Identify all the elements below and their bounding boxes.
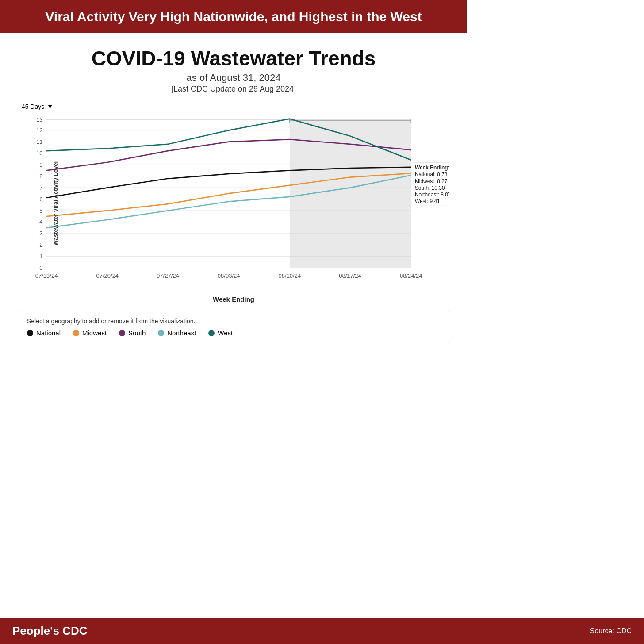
- svg-text:08/24/24: 08/24/24: [400, 272, 422, 279]
- svg-text:South: 10.30: South: 10.30: [415, 185, 445, 191]
- x-axis-label: Week Ending: [18, 295, 449, 303]
- svg-text:Midwest: 8.27: Midwest: 8.27: [415, 178, 448, 184]
- svg-text:07/13/24: 07/13/24: [35, 272, 58, 279]
- national-label: National: [36, 329, 61, 337]
- svg-text:7: 7: [39, 184, 42, 191]
- midwest-dot: [73, 330, 79, 336]
- time-range-dropdown[interactable]: 45 Days ▼: [18, 101, 57, 112]
- legend-item-northeast[interactable]: Northeast: [158, 329, 196, 337]
- svg-text:5: 5: [39, 207, 42, 214]
- south-dot: [119, 330, 125, 336]
- svg-text:11: 11: [36, 138, 42, 145]
- svg-text:9: 9: [39, 161, 42, 168]
- svg-text:2: 2: [39, 242, 42, 248]
- chart-area: Wastewater Viral Activity Level: [18, 115, 449, 292]
- chart-update: [Last CDC Update on 29 Aug 2024]: [18, 84, 449, 94]
- legend-instruction: Select a geography to add or remove it f…: [27, 318, 440, 325]
- main-content: COVID-19 Wastewater Trends as of August …: [0, 33, 467, 348]
- svg-text:08/03/24: 08/03/24: [218, 272, 240, 279]
- west-label: West: [218, 329, 233, 337]
- legend-item-national[interactable]: National: [27, 329, 61, 337]
- chart-title: COVID-19 Wastewater Trends: [18, 46, 449, 70]
- svg-text:08/17/24: 08/17/24: [339, 272, 361, 279]
- chart-subtitle: as of August 31, 2024: [18, 72, 449, 84]
- legend-items: National Midwest South Northeast West: [27, 329, 440, 337]
- svg-text:Northeast: 8.07: Northeast: 8.07: [415, 192, 449, 198]
- svg-text:8: 8: [39, 173, 42, 180]
- legend-item-west[interactable]: West: [208, 329, 233, 337]
- svg-text:12: 12: [36, 127, 42, 134]
- svg-text:4: 4: [39, 219, 42, 226]
- svg-text:National: 8.78: National: 8.78: [415, 171, 448, 177]
- northeast-dot: [158, 330, 164, 336]
- header-title: Viral Activity Very High Nationwide, and…: [45, 9, 422, 24]
- svg-text:1: 1: [39, 253, 42, 260]
- y-axis-label: Wastewater Viral Activity Level: [52, 161, 59, 245]
- legend-item-south[interactable]: South: [119, 329, 146, 337]
- dropdown-row: 45 Days ▼: [18, 101, 449, 112]
- svg-text:West: 9.41: West: 9.41: [415, 198, 440, 204]
- svg-text:6: 6: [39, 196, 42, 203]
- national-dot: [27, 330, 33, 336]
- midwest-label: Midwest: [82, 329, 107, 337]
- svg-text:10: 10: [36, 150, 42, 157]
- northeast-label: Northeast: [167, 329, 196, 337]
- south-label: South: [128, 329, 146, 337]
- west-dot: [208, 330, 215, 336]
- chevron-down-icon: ▼: [47, 103, 53, 110]
- svg-text:3: 3: [39, 230, 42, 237]
- svg-text:13: 13: [36, 116, 42, 123]
- legend-box: Select a geography to add or remove it f…: [18, 311, 449, 343]
- svg-text:07/27/24: 07/27/24: [157, 272, 179, 279]
- svg-text:08/10/24: 08/10/24: [279, 272, 301, 279]
- legend-item-midwest[interactable]: Midwest: [73, 329, 107, 337]
- chart-svg: 0 1 2 3 4 5 6 7 8 9 10 11 12 13 07/13/24…: [18, 115, 449, 292]
- header: Viral Activity Very High Nationwide, and…: [0, 0, 467, 33]
- svg-text:Week Ending: 08/24/24: Week Ending: 08/24/24: [415, 165, 449, 171]
- svg-text:0: 0: [39, 264, 42, 271]
- svg-text:07/20/24: 07/20/24: [96, 272, 119, 279]
